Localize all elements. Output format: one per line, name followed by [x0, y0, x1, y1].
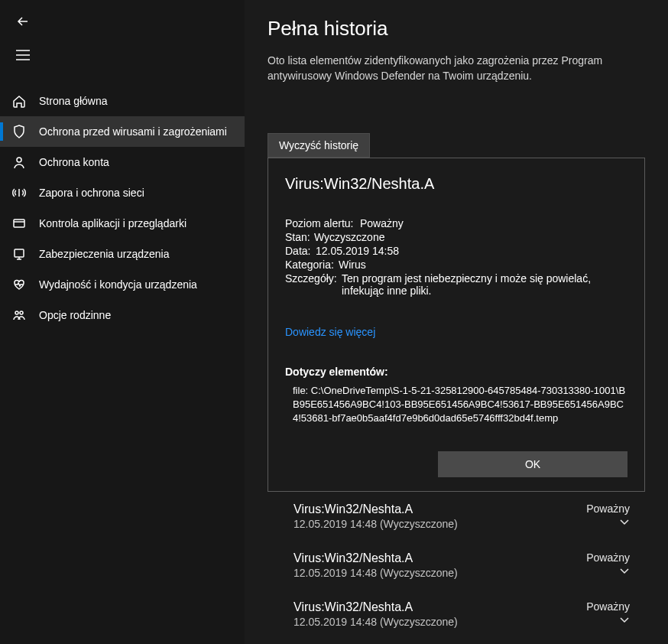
svg-rect-2: [15, 249, 24, 257]
history-meta: 12.05.2019 14:48 (Wyczyszczone): [293, 616, 458, 628]
detail-row-category: Kategoria: Wirus: [285, 259, 627, 271]
device-security-icon: [11, 246, 27, 262]
sidebar-item-label: Opcje rodzinne: [39, 309, 111, 321]
clear-history-button[interactable]: Wyczyść historię: [268, 133, 370, 158]
detail-row-details: Szczegóły: Ten program jest niebezpieczn…: [285, 272, 627, 297]
history-severity: Poważny: [586, 503, 630, 515]
state-label: Stan:: [285, 231, 314, 243]
sidebar-item-performance[interactable]: Wydajność i kondycja urządzenia: [0, 269, 245, 300]
page-subtitle: Oto lista elementów zidentyfikowanych ja…: [268, 53, 645, 84]
svg-point-0: [17, 158, 21, 162]
chevron-down-icon: [586, 516, 630, 529]
active-indicator: [0, 122, 3, 141]
main-content: Pełna historia Oto lista elementów ziden…: [245, 0, 668, 644]
history-name: Virus:Win32/Neshta.A: [293, 600, 458, 614]
history-name: Virus:Win32/Neshta.A: [293, 503, 458, 516]
sidebar-item-virus-protection[interactable]: Ochrona przed wirusami i zagrożeniami: [0, 116, 245, 147]
ok-row: OK: [285, 451, 627, 477]
category-label: Kategoria:: [285, 259, 339, 271]
page-title: Pełna historia: [268, 17, 645, 41]
home-icon: [11, 93, 27, 109]
family-icon: [11, 307, 27, 323]
date-label: Data:: [285, 245, 316, 257]
sidebar-item-firewall[interactable]: Zapora i ochrona sieci: [0, 177, 245, 208]
ok-button[interactable]: OK: [438, 451, 627, 477]
threat-detail-box: Virus:Win32/Neshta.A Poziom alertu: Powa…: [268, 158, 645, 493]
alert-value: Poważny: [360, 217, 627, 229]
svg-point-3: [15, 311, 18, 314]
alert-label: Poziom alertu:: [285, 217, 360, 229]
history-left: Virus:Win32/Neshta.A 12.05.2019 14:48 (W…: [293, 551, 458, 579]
affected-filepath: file: C:\OneDriveTemp\S-1-5-21-325812900…: [285, 384, 627, 426]
sidebar-item-family[interactable]: Opcje rodzinne: [0, 300, 245, 330]
chevron-down-icon: [586, 565, 630, 577]
details-value: Ten program jest niebezpieczny i może si…: [342, 272, 627, 297]
sidebar-item-label: Ochrona przed wirusami i zagrożeniami: [39, 125, 227, 138]
shield-icon: [11, 124, 27, 139]
history-right: Poważny: [586, 551, 630, 577]
sidebar: Strona główna Ochrona przed wirusami i z…: [0, 0, 245, 644]
sidebar-item-label: Kontrola aplikacji i przeglądarki: [39, 217, 186, 229]
history-item[interactable]: Virus:Win32/Neshta.A 12.05.2019 14:48 (W…: [268, 492, 645, 541]
back-button[interactable]: [9, 8, 37, 35]
sidebar-item-label: Zapora i ochrona sieci: [39, 187, 144, 199]
history-right: Poważny: [586, 503, 630, 529]
history-item[interactable]: Virus:Win32/Neshta.A 12.05.2019 14:48 (W…: [268, 590, 645, 639]
sidebar-item-account[interactable]: Ochrona konta: [0, 147, 245, 177]
svg-point-4: [20, 311, 23, 314]
history-severity: Poważny: [586, 551, 630, 564]
chevron-down-icon: [586, 614, 630, 626]
details-label: Szczegóły:: [285, 272, 342, 285]
history-meta: 12.05.2019 14:48 (Wyczyszczone): [293, 567, 458, 579]
sidebar-item-label: Strona główna: [39, 95, 108, 107]
sidebar-item-app-control[interactable]: Kontrola aplikacji i przeglądarki: [0, 208, 245, 239]
history-left: Virus:Win32/Neshta.A 12.05.2019 14:48 (W…: [293, 503, 458, 530]
sidebar-item-device-security[interactable]: Zabezpieczenia urządzenia: [0, 239, 245, 269]
detail-row-state: Stan: Wyczyszczone: [285, 231, 627, 243]
network-icon: [11, 185, 27, 200]
detail-row-alert: Poziom alertu: Poważny: [285, 217, 627, 229]
detail-row-date: Data: 12.05.2019 14:58: [285, 245, 627, 257]
history-right: Poważny: [586, 600, 630, 626]
history-severity: Poważny: [586, 600, 630, 613]
sidebar-item-label: Wydajność i kondycja urządzenia: [39, 278, 197, 291]
sidebar-item-label: Ochrona konta: [39, 156, 109, 168]
state-value: Wyczyszczone: [314, 231, 627, 243]
sidebar-item-home[interactable]: Strona główna: [0, 86, 245, 116]
svg-rect-1: [14, 220, 24, 227]
learn-more-link[interactable]: Dowiedz się więcej: [285, 326, 627, 338]
hamburger-button[interactable]: [9, 41, 37, 69]
affected-header: Dotyczy elementów:: [285, 366, 627, 378]
history-meta: 12.05.2019 14:48 (Wyczyszczone): [293, 518, 458, 530]
sidebar-item-label: Zabezpieczenia urządzenia: [39, 248, 169, 260]
category-value: Wirus: [339, 259, 627, 271]
history-left: Virus:Win32/Neshta.A 12.05.2019 14:48 (W…: [293, 600, 458, 628]
heart-icon: [11, 277, 27, 292]
threat-title: Virus:Win32/Neshta.A: [285, 175, 627, 193]
app-icon: [11, 216, 27, 231]
person-icon: [11, 154, 27, 170]
date-value: 12.05.2019 14:58: [316, 245, 627, 257]
history-item[interactable]: Virus:Win32/Neshta.A 12.05.2019 14:48 (W…: [268, 541, 645, 590]
history-name: Virus:Win32/Neshta.A: [293, 551, 458, 565]
top-icons: [0, 0, 245, 86]
